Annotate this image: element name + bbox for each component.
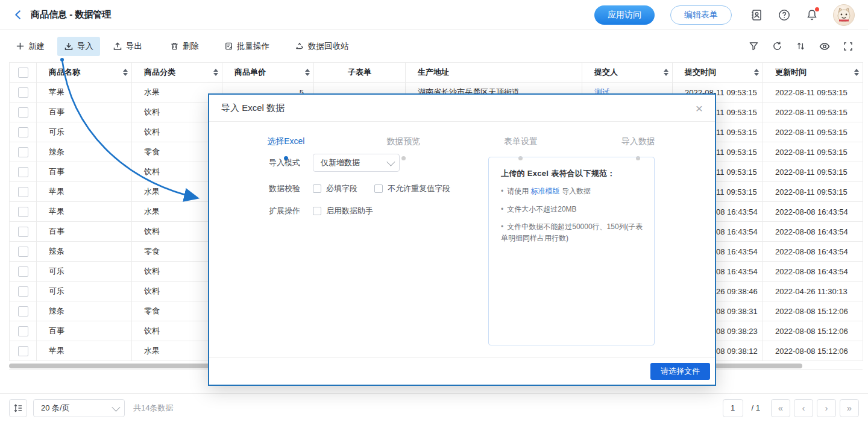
cell-name: 百事 [37,102,132,122]
plus-icon [16,42,25,51]
batch-operation-button[interactable]: 批量操作 [218,37,276,56]
sort-arrows-icon[interactable] [123,69,128,76]
cell-name: 可乐 [37,282,132,301]
column-header-subform: 子表单 [314,63,406,83]
row-checkbox[interactable] [18,147,28,157]
cell-update-time: 2022-08-08 16:43:54 [763,242,863,262]
import-excel-modal: 导入 Excel 数据 × 选择Excel 数据预览 表单设置 导入数据 导入模… [208,93,716,386]
refresh-icon[interactable] [772,41,782,51]
chevron-down-icon [112,403,120,411]
recycle-bin-button[interactable]: 数据回收站 [288,37,356,56]
cell-update-time: 2022-08-11 09:53:15 [763,83,863,102]
column-header-name[interactable]: 商品名称 [37,63,132,83]
standard-template-link[interactable]: 标准模版 [531,187,560,195]
column-header-price[interactable]: 商品单价 [222,63,314,83]
page-total-text: / 1 [752,403,760,412]
cell-name: 苹果 [37,182,132,202]
cell-name: 可乐 [37,122,132,142]
cell-name: 可乐 [37,262,132,282]
cell-update-time: 2022-08-08 15:12:06 [763,321,863,341]
export-icon [113,42,122,51]
row-checkbox[interactable] [18,266,28,277]
row-checkbox[interactable] [18,286,28,297]
import-button[interactable]: 导入 [57,37,100,56]
sort-icon[interactable] [796,41,806,51]
cell-name: 辣条 [37,242,132,262]
next-page-button[interactable]: › [817,399,836,417]
row-checkbox[interactable] [18,187,28,197]
app-header: 商品信息 - 数据管理 应用访问 编辑表单 [0,0,868,30]
row-checkbox[interactable] [18,247,28,257]
column-header-submitter[interactable]: 提交人 [582,63,673,83]
row-checkbox[interactable] [18,107,28,118]
page-number-input[interactable]: 1 [723,399,743,417]
cell-name: 苹果 [37,202,132,222]
last-page-button[interactable]: » [840,399,859,417]
row-checkbox[interactable] [18,346,28,356]
toolbar: 新建 导入 导出 删除 批量操作 数据回收站 [0,30,868,62]
export-button[interactable]: 导出 [106,37,149,56]
cell-update-time: 2022-04-26 11:30:13 [763,282,863,301]
row-checkbox[interactable] [18,167,28,177]
data-assistant-checkbox[interactable]: 启用数据助手 [313,206,373,216]
prev-page-button[interactable]: ‹ [794,399,813,417]
first-page-button[interactable]: « [771,399,790,417]
delete-button[interactable]: 删除 [163,37,206,56]
tip-item: 文件中数据不能超过50000行、150列(子表单明细同样占用行数) [501,221,643,244]
cell-name: 百事 [37,321,132,341]
cell-update-time: 2022-08-11 09:53:15 [763,102,863,122]
row-checkbox[interactable] [18,326,28,336]
page-size-select[interactable]: 20 条/页 [33,399,125,417]
sort-arrows-icon[interactable] [754,69,759,76]
column-header-category[interactable]: 商品分类 [132,63,222,83]
new-button[interactable]: 新建 [9,37,51,56]
data-validation-label: 数据校验 [269,183,304,194]
batch-edit-icon [224,42,233,51]
no-duplicate-checkbox[interactable]: 不允许重复值字段 [374,183,450,194]
row-checkbox[interactable] [18,87,28,98]
row-checkbox[interactable] [18,207,28,217]
column-header-submit-time[interactable]: 提交时间 [673,63,763,83]
edit-form-button[interactable]: 编辑表单 [670,5,732,25]
column-header-update-time[interactable]: 更新时间 [763,63,863,83]
cell-update-time: 2022-08-11 09:53:15 [763,162,863,182]
cell-update-time: 2022-08-08 15:12:06 [763,341,863,361]
row-checkbox[interactable] [18,127,28,137]
app-access-button[interactable]: 应用访问 [594,5,655,25]
cell-name: 辣条 [37,142,132,162]
cell-update-time: 2022-08-08 16:43:54 [763,262,863,282]
help-icon[interactable] [778,8,791,22]
back-icon[interactable] [13,10,24,20]
row-checkbox[interactable] [18,306,28,316]
row-checkbox[interactable] [18,227,28,237]
cell-update-time: 2022-08-08 16:43:54 [763,202,863,222]
row-density-button[interactable] [9,399,27,417]
recycle-icon [295,42,304,51]
cell-name: 百事 [37,162,132,182]
sort-arrows-icon[interactable] [213,69,218,76]
avatar[interactable] [833,4,855,26]
notification-dot [815,7,819,11]
close-icon[interactable]: × [696,102,703,115]
sort-arrows-icon[interactable] [854,69,859,76]
sort-arrows-icon[interactable] [664,69,668,76]
cell-update-time: 2022-08-11 09:53:15 [763,142,863,162]
trash-icon [170,42,179,51]
chevron-down-icon [386,158,395,166]
import-mode-select[interactable]: 仅新增数据 [313,154,400,172]
cell-name: 百事 [37,222,132,242]
import-icon [64,42,74,51]
bell-icon[interactable] [805,8,819,22]
eye-icon[interactable] [819,41,830,52]
required-field-checkbox[interactable]: 必填字段 [313,183,357,194]
contacts-icon[interactable] [750,8,763,22]
select-all-checkbox[interactable] [18,68,28,78]
fullscreen-icon[interactable] [843,42,853,51]
checkbox-icon [374,184,383,193]
filter-icon[interactable] [749,41,759,51]
cell-update-time: 2022-08-11 09:53:15 [763,122,863,142]
cell-name: 苹果 [37,341,132,361]
sort-arrows-icon[interactable] [305,69,310,76]
checkbox-icon [313,207,321,215]
choose-file-button[interactable]: 请选择文件 [650,363,710,380]
